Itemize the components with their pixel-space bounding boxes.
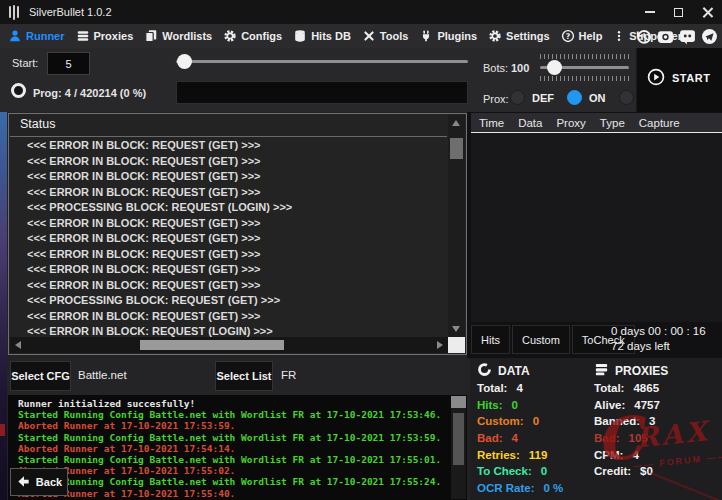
bots-slider-handle[interactable] <box>547 60 562 75</box>
status-horizontal-scrollbar[interactable] <box>10 337 448 353</box>
status-list-item[interactable]: <<< ERROR IN BLOCK: REQUEST (GET) >>> <box>9 216 446 232</box>
tab-hits[interactable]: Hits <box>471 325 510 354</box>
back-button[interactable]: Back <box>10 468 68 496</box>
menu-item-label: Plugins <box>437 30 477 42</box>
stat-value: 0 <box>512 399 518 411</box>
log-line: Started Running Config Battle.net with W… <box>18 432 449 443</box>
column-header-time[interactable]: Time <box>479 117 504 129</box>
scroll-right-icon[interactable] <box>437 341 443 349</box>
menu-item-settings[interactable]: Settings <box>488 29 549 43</box>
status-list-item[interactable]: <<< PROCESSING BLOCK: REQUEST (GET) >>> <box>9 293 446 309</box>
bots-slider-ticks-bottom <box>540 76 629 81</box>
prox-radio-label: ON <box>589 92 606 104</box>
status-list-item[interactable]: <<< ERROR IN BLOCK: REQUEST (GET) >>> <box>9 231 446 247</box>
log-vertical-scrollbar[interactable] <box>451 396 466 499</box>
status-hscroll-thumb[interactable] <box>140 340 284 350</box>
discord-icon <box>679 28 696 45</box>
stat-row-to-check: To Check:0 <box>477 463 563 480</box>
prox-radio-def[interactable] <box>510 90 525 105</box>
selected-wordlist-value: FR <box>281 369 296 381</box>
scroll-left-icon[interactable] <box>15 341 21 349</box>
maximize-button[interactable] <box>664 0 693 24</box>
status-list-item[interactable]: <<< ERROR IN BLOCK: REQUEST (GET) >>> <box>9 278 446 294</box>
menu-item-tools[interactable]: Tools <box>362 29 409 43</box>
menu-item-plugins[interactable]: Plugins <box>419 29 477 43</box>
status-vertical-scrollbar[interactable] <box>448 115 465 337</box>
scroll-up-icon[interactable] <box>452 120 460 126</box>
start-panel: START <box>636 48 722 112</box>
history-button[interactable] <box>633 26 653 46</box>
app-window: SilverBullet 1.0.2 RunnerProxiesWordlist… <box>0 0 722 500</box>
menu-item-wordlists[interactable]: Wordlists <box>144 29 212 43</box>
camera-button[interactable] <box>655 26 675 46</box>
menu-bar: RunnerProxiesWordlistsConfigsHits DBTool… <box>0 24 722 48</box>
status-list-item[interactable]: <<< ERROR IN BLOCK: REQUEST (GET) >>> <box>9 247 446 263</box>
discord-button[interactable] <box>677 26 697 46</box>
app-logo-icon <box>9 5 19 20</box>
log-vscroll-thumb[interactable] <box>453 413 464 465</box>
menu-item-runner[interactable]: Runner <box>8 29 65 43</box>
history-icon <box>635 28 652 45</box>
scrollbar-corner <box>448 337 465 353</box>
database-icon <box>293 29 307 43</box>
menu-item-configs[interactable]: Configs <box>223 29 282 43</box>
configs-icon <box>223 29 237 43</box>
log-line: Aborted Runner at 17-10-2021 17:54:14. <box>18 443 449 454</box>
status-vscroll-thumb[interactable] <box>450 138 463 159</box>
menu-item-hits-db[interactable]: Hits DB <box>293 29 351 43</box>
start-button[interactable]: START <box>647 68 710 88</box>
menu-item-label: Proxies <box>94 30 134 42</box>
stat-row-cpm: CPM:4 <box>594 446 668 463</box>
menu-item-proxies[interactable]: Proxies <box>76 29 134 43</box>
bots-slider[interactable] <box>540 60 629 75</box>
status-list-item[interactable]: <<< ERROR IN BLOCK: REQUEST (GET) >>> <box>9 309 446 325</box>
status-list-item[interactable]: <<< PROCESSING BLOCK: REQUEST (LOGIN) >>… <box>9 200 446 216</box>
close-button[interactable] <box>693 0 722 24</box>
start-slider-handle[interactable] <box>177 54 192 69</box>
days-left: 72 days left <box>611 339 706 354</box>
start-slider[interactable] <box>176 54 468 69</box>
progress-radio[interactable] <box>11 83 26 98</box>
stat-label: Hits: <box>477 399 503 411</box>
menu-item-label: Configs <box>241 30 282 42</box>
stat-label: Alive: <box>594 399 625 411</box>
window-title: SilverBullet 1.0.2 <box>29 6 112 18</box>
column-header-proxy[interactable]: Proxy <box>556 117 585 129</box>
stat-row-ocr-rate: OCR Rate:0 % <box>477 480 563 497</box>
telegram-button[interactable] <box>699 26 719 46</box>
stat-value: 4865 <box>633 382 659 394</box>
stat-row-custom: Custom:0 <box>477 413 563 430</box>
prox-radio-off[interactable] <box>619 90 634 105</box>
scroll-down-icon[interactable] <box>451 402 466 408</box>
status-list-item[interactable]: <<< ERROR IN BLOCK: REQUEST (GET) >>> <box>9 185 446 201</box>
stat-label: To Check: <box>477 465 532 477</box>
wordlists-icon <box>144 29 158 43</box>
status-list-item[interactable]: <<< ERROR IN BLOCK: REQUEST (GET) >>> <box>9 262 446 278</box>
stat-value: 105 <box>629 432 648 444</box>
progress-bar <box>176 81 468 104</box>
selects-row: Select CFG Battle.net Select List FR <box>7 358 467 395</box>
scroll-down-icon[interactable] <box>452 326 460 332</box>
status-list-item[interactable]: <<< ERROR IN BLOCK: REQUEST (GET) >>> <box>9 138 446 154</box>
select-list-button[interactable]: Select List <box>215 361 273 391</box>
gear-icon <box>488 29 502 43</box>
select-cfg-button[interactable]: Select CFG <box>10 361 71 391</box>
play-icon <box>647 68 665 88</box>
prox-radio-on[interactable] <box>567 90 582 105</box>
column-header-capture[interactable]: Capture <box>639 117 680 129</box>
column-header-data[interactable]: Data <box>518 117 542 129</box>
column-header-type[interactable]: Type <box>600 117 625 129</box>
status-list-item[interactable]: <<< ERROR IN BLOCK: REQUEST (GET) >>> <box>9 154 446 170</box>
minimize-button[interactable] <box>635 0 664 24</box>
tools-icon <box>362 29 376 43</box>
stat-label: Credit: <box>594 465 631 477</box>
data-icon <box>477 362 492 380</box>
tab-custom[interactable]: Custom <box>512 325 570 354</box>
stat-value: 119 <box>529 449 548 461</box>
status-list-item[interactable]: <<< ERROR IN BLOCK: REQUEST (GET) >>> <box>9 169 446 185</box>
stat-value: 4757 <box>634 399 660 411</box>
menu-item-label: Tools <box>380 30 409 42</box>
bots-value: 100 <box>511 62 529 74</box>
start-input[interactable] <box>47 52 90 75</box>
menu-item-help[interactable]: ?Help <box>561 29 603 43</box>
